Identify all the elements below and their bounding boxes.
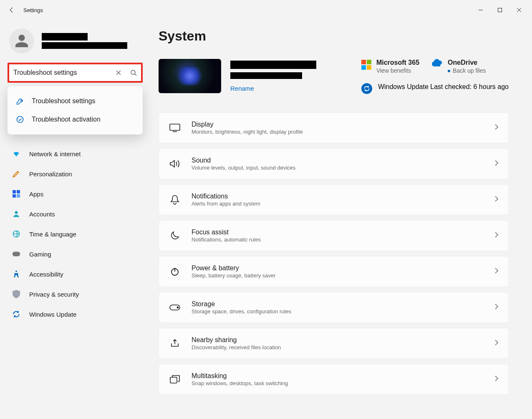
- nav-item-privacy[interactable]: Privacy & security: [8, 286, 143, 302]
- chevron-right-icon: [494, 304, 498, 311]
- nav-item-personalization[interactable]: Personalization: [8, 165, 143, 182]
- person-icon: [12, 209, 21, 218]
- suggestion-troubleshoot-activation[interactable]: Troubleshoot activation: [8, 110, 143, 129]
- svg-point-4: [17, 117, 23, 123]
- card-sub: Alerts from apps and system: [192, 201, 484, 207]
- card-notifications[interactable]: NotificationsAlerts from apps and system: [159, 184, 509, 215]
- maximize-button[interactable]: [490, 3, 509, 17]
- gamepad-icon: [12, 249, 21, 259]
- minimize-button[interactable]: [471, 3, 490, 17]
- chevron-right-icon: [494, 268, 498, 275]
- suggestion-label: Troubleshoot activation: [32, 116, 101, 123]
- pc-name-redacted: [230, 61, 316, 69]
- nav-item-time-language[interactable]: Time & language: [8, 226, 143, 242]
- card-nearby-sharing[interactable]: Nearby sharingDiscoverability, received …: [159, 328, 509, 359]
- nav-label: Windows Update: [29, 311, 76, 318]
- search-suggestions: Troubleshoot settings Troubleshoot activ…: [8, 86, 143, 135]
- svg-line-3: [135, 74, 136, 76]
- windows-update-block[interactable]: Windows Update Last checked: 6 hours ago: [361, 83, 509, 94]
- search-icon[interactable]: [130, 69, 137, 76]
- pc-model-redacted: [230, 72, 302, 79]
- ms365-block[interactable]: Microsoft 365 View benefits: [361, 59, 419, 74]
- svg-rect-11: [13, 252, 20, 256]
- card-title: Storage: [192, 300, 484, 308]
- svg-rect-13: [170, 124, 180, 130]
- close-button[interactable]: [509, 3, 529, 17]
- nav-label: Network & internet: [29, 150, 81, 157]
- card-title: Nearby sharing: [192, 336, 484, 344]
- chevron-right-icon: [494, 232, 498, 239]
- suggestion-troubleshoot-settings[interactable]: Troubleshoot settings: [8, 92, 143, 110]
- power-icon: [169, 266, 181, 277]
- paintbrush-icon: [12, 169, 21, 178]
- card-storage[interactable]: StorageStorage space, drives, configurat…: [159, 292, 509, 323]
- nav-label: Time & language: [29, 231, 76, 238]
- nav-label: Gaming: [29, 251, 51, 258]
- card-focus-assist[interactable]: Focus assistNotifications, automatic rul…: [159, 220, 509, 251]
- bell-icon: [169, 194, 181, 206]
- card-title: Sound: [192, 157, 484, 164]
- rename-link[interactable]: Rename: [230, 85, 316, 92]
- check-circle-icon: [16, 115, 24, 124]
- onedrive-block[interactable]: OneDrive Back up files: [432, 59, 486, 74]
- nav-label: Apps: [29, 190, 43, 198]
- back-icon[interactable]: [8, 7, 15, 13]
- search-box[interactable]: [8, 63, 143, 83]
- title-bar: Settings: [0, 0, 532, 20]
- suggestion-label: Troubleshoot settings: [32, 97, 95, 105]
- shield-icon: [12, 289, 21, 299]
- onedrive-title: OneDrive: [448, 59, 486, 66]
- card-multitasking[interactable]: MultitaskingSnap windows, desktops, task…: [159, 364, 509, 395]
- card-sub: Sleep, battery usage, battery saver: [192, 272, 484, 279]
- card-title: Notifications: [192, 193, 484, 200]
- chevron-right-icon: [494, 124, 498, 132]
- page-title: System: [159, 28, 509, 44]
- card-sub: Notifications, automatic rules: [192, 236, 484, 243]
- ms365-title: Microsoft 365: [376, 59, 419, 66]
- svg-rect-7: [13, 194, 16, 198]
- nav-item-network[interactable]: Network & internet: [8, 145, 143, 162]
- avatar: [9, 28, 34, 53]
- user-card[interactable]: [8, 28, 143, 53]
- nav-label: Accessibility: [29, 271, 63, 278]
- card-sound[interactable]: SoundVolume levels, output, input, sound…: [159, 148, 509, 179]
- sidebar: Troubleshoot settings Troubleshoot activ…: [0, 20, 150, 419]
- microsoft-365-icon: [361, 60, 371, 70]
- onedrive-sub: Back up files: [448, 67, 486, 74]
- content: System Rename Microsoft 365 View benefit: [150, 20, 532, 419]
- nav-label: Privacy & security: [29, 291, 79, 298]
- svg-rect-5: [13, 190, 16, 193]
- card-display[interactable]: DisplayMonitors, brightness, night light…: [159, 112, 509, 143]
- storage-icon: [169, 302, 181, 313]
- ms365-sub: View benefits: [376, 67, 419, 74]
- accessibility-icon: [12, 269, 21, 279]
- card-title: Display: [192, 121, 484, 128]
- card-sub: Discoverability, received files location: [192, 344, 484, 350]
- nav-item-accessibility[interactable]: Accessibility: [8, 266, 143, 282]
- nav-item-gaming[interactable]: Gaming: [8, 246, 143, 262]
- window-title: Settings: [23, 7, 43, 13]
- svg-rect-8: [17, 194, 20, 198]
- system-header: Rename Microsoft 365 View benefits: [159, 59, 509, 94]
- clear-icon[interactable]: [116, 70, 121, 75]
- desktop-thumbnail: [159, 59, 221, 93]
- multitask-icon: [169, 373, 181, 385]
- search-input[interactable]: [13, 69, 116, 76]
- svg-rect-19: [170, 377, 177, 383]
- card-power-battery[interactable]: Power & batterySleep, battery usage, bat…: [159, 256, 509, 287]
- nav-item-apps[interactable]: Apps: [8, 185, 143, 202]
- nav-item-windows-update[interactable]: Windows Update: [8, 306, 143, 323]
- update-sub: Last checked: 6 hours ago: [430, 83, 509, 90]
- nav-label: Personalization: [29, 170, 72, 178]
- nav-item-accounts[interactable]: Accounts: [8, 206, 143, 222]
- update-icon: [12, 310, 21, 319]
- chevron-right-icon: [494, 340, 498, 347]
- svg-point-12: [15, 271, 17, 272]
- chevron-right-icon: [494, 376, 498, 383]
- share-icon: [169, 338, 181, 349]
- user-name-redacted: [42, 33, 88, 41]
- user-email-redacted: [42, 42, 127, 49]
- svg-rect-1: [498, 8, 502, 12]
- card-sub: Volume levels, output, input, sound devi…: [192, 165, 484, 171]
- card-sub: Monitors, brightness, night light, displ…: [192, 129, 484, 135]
